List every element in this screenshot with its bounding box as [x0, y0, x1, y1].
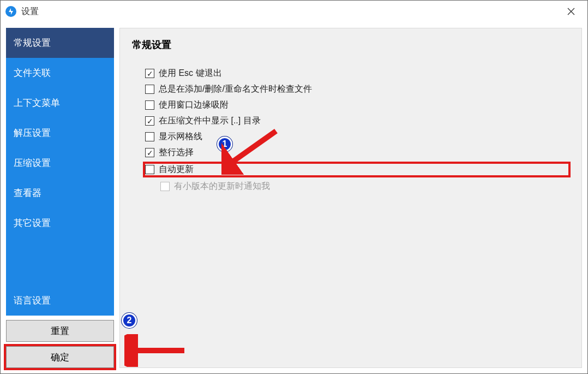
nav-list: 常规设置文件关联上下文菜单解压设置压缩设置查看器其它设置语言设置 — [6, 28, 114, 316]
option-row[interactable]: 使用 Esc 键退出 — [145, 68, 569, 79]
app-icon — [5, 5, 17, 17]
nav-item[interactable]: 查看器 — [6, 178, 114, 208]
option-label: 使用 Esc 键退出 — [159, 68, 222, 79]
option-label: 使用窗口边缘吸附 — [159, 99, 229, 111]
section-heading: 常规设置 — [132, 38, 569, 51]
option-label: 在压缩文件中显示 [..] 目录 — [159, 115, 261, 127]
sidebar: 常规设置文件关联上下文菜单解压设置压缩设置查看器其它设置语言设置 重置 确定 — [6, 28, 114, 368]
nav-item[interactable]: 上下文菜单 — [6, 88, 114, 118]
option-row[interactable]: 显示网格线 — [145, 131, 569, 143]
checkbox[interactable] — [145, 148, 154, 157]
main-panel: 常规设置 使用 Esc 键退出总是在添加/删除/重命名文件时检查文件使用窗口边缘… — [119, 28, 582, 368]
options-list: 使用 Esc 键退出总是在添加/删除/重命名文件时检查文件使用窗口边缘吸附在压缩… — [145, 68, 569, 192]
checkbox[interactable] — [145, 69, 154, 78]
checkbox[interactable] — [145, 100, 154, 110]
titlebar: 设置 — [1, 1, 587, 22]
annotation-marker-1: 1 — [217, 136, 232, 152]
close-icon — [567, 8, 575, 15]
option-label: 有小版本的更新时通知我 — [174, 181, 270, 192]
option-label: 自动更新 — [159, 164, 194, 175]
option-label: 整行选择 — [159, 147, 194, 158]
ok-button[interactable]: 确定 — [6, 346, 114, 368]
option-row[interactable]: 总是在添加/删除/重命名文件时检查文件 — [145, 84, 569, 95]
option-row[interactable]: 在压缩文件中显示 [..] 目录 — [145, 115, 569, 127]
content: 常规设置文件关联上下文菜单解压设置压缩设置查看器其它设置语言设置 重置 确定 常… — [1, 22, 587, 373]
nav-item[interactable]: 语言设置 — [6, 286, 114, 316]
option-label: 显示网格线 — [159, 131, 202, 143]
checkbox — [160, 182, 170, 191]
nav-item[interactable]: 常规设置 — [6, 28, 114, 58]
nav-item[interactable]: 文件关联 — [6, 58, 114, 88]
window-title: 设置 — [21, 6, 39, 17]
option-row[interactable]: 使用窗口边缘吸附 — [145, 99, 569, 111]
option-label: 总是在添加/删除/重命名文件时检查文件 — [159, 84, 312, 95]
checkbox[interactable] — [145, 116, 154, 126]
reset-button[interactable]: 重置 — [6, 320, 114, 342]
option-row[interactable]: 整行选择 — [145, 147, 569, 158]
checkbox[interactable] — [145, 165, 154, 174]
annotation-arrow-2 — [124, 334, 190, 367]
checkbox[interactable] — [145, 132, 154, 141]
annotation-marker-2: 2 — [122, 313, 137, 328]
option-row: 有小版本的更新时通知我 — [160, 181, 569, 192]
close-button[interactable] — [559, 1, 583, 22]
nav-item[interactable]: 压缩设置 — [6, 148, 114, 178]
option-row[interactable]: 自动更新 — [144, 163, 569, 176]
checkbox[interactable] — [145, 85, 154, 94]
sidebar-buttons: 重置 确定 — [6, 316, 114, 368]
nav-item[interactable]: 其它设置 — [6, 208, 114, 238]
nav-item[interactable]: 解压设置 — [6, 118, 114, 148]
